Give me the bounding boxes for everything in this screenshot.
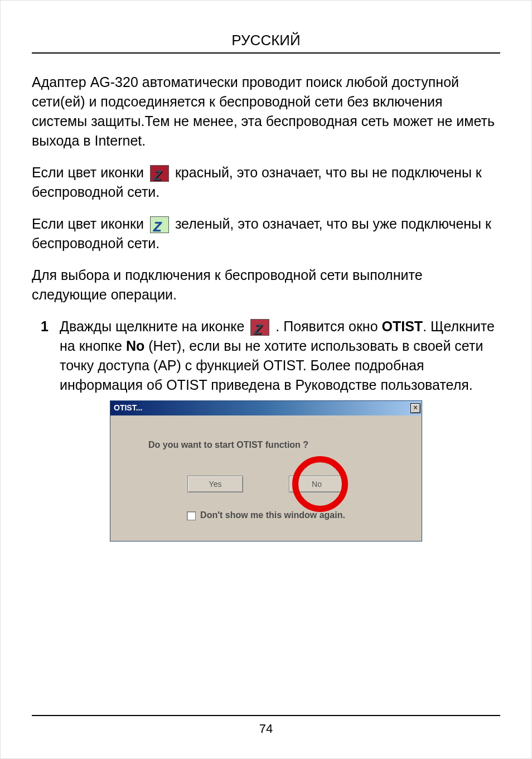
paragraph-intro: Адаптер AG-320 автоматически проводит по… <box>32 72 500 151</box>
footer-rule <box>32 715 500 716</box>
step1-bold-no: No <box>126 338 144 354</box>
step1-t1: Дважды щелкните на иконке <box>60 318 248 334</box>
z-icon-red-small: Z <box>250 319 269 336</box>
paragraph-instructions: Для выбора и подключения к беспроводной … <box>32 265 500 304</box>
body-content: Адаптер AG-320 автоматически проводит по… <box>32 72 500 542</box>
dialog-titlebar: OTIST... × <box>110 401 422 415</box>
dont-show-label: Don't show me this window again. <box>200 509 345 521</box>
paragraph-green-icon: Если цвет иконки Z зеленый, это означает… <box>32 214 500 253</box>
z-glyph: Z <box>153 217 162 236</box>
text-before-green: Если цвет иконки <box>32 216 148 231</box>
otist-dialog: OTIST... × Do you want to start OTIST fu… <box>110 400 422 542</box>
z-icon-red: Z <box>150 165 169 182</box>
page-header: РУССКИЙ <box>32 32 500 54</box>
z-icon-green: Z <box>150 216 169 233</box>
close-button[interactable]: × <box>410 403 420 413</box>
z-glyph: Z <box>254 320 262 339</box>
no-button[interactable]: No <box>289 476 345 492</box>
step-1: 1 Дважды щелкните на иконке Z . Появится… <box>32 317 500 395</box>
dialog-body: Do you want to start OTIST function ? Ye… <box>110 415 422 541</box>
z-glyph: Z <box>153 166 162 185</box>
paragraph-red-icon: Если цвет иконки Z красный, это означает… <box>32 163 500 202</box>
page-number: 74 <box>1 722 531 736</box>
dialog-question: Do you want to start OTIST function ? <box>148 439 405 451</box>
yes-button[interactable]: Yes <box>187 476 243 492</box>
dialog-checkbox-row: Don't show me this window again. <box>127 509 405 521</box>
step-number: 1 <box>41 317 49 336</box>
step1-t2: . Появится окно <box>272 318 381 334</box>
text-before-red: Если цвет иконки <box>32 165 148 180</box>
dialog-button-row: Yes No <box>127 476 405 492</box>
step1-bold-otist: OTIST <box>382 318 423 334</box>
dialog-title: OTIST... <box>114 403 142 414</box>
dont-show-checkbox[interactable] <box>187 511 196 520</box>
